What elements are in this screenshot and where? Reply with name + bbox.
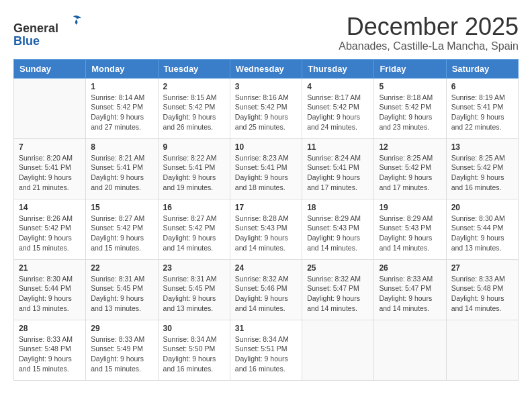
day-number: 3 bbox=[235, 82, 297, 91]
day-number: 25 bbox=[307, 263, 369, 273]
day-info: Sunrise: 8:15 AM Sunset: 5:42 PM Dayligh… bbox=[163, 93, 225, 132]
day-number: 20 bbox=[451, 203, 513, 212]
day-info: Sunrise: 8:33 AM Sunset: 5:48 PM Dayligh… bbox=[19, 334, 81, 374]
logo-blue: Blue bbox=[13, 34, 40, 48]
calendar-day-cell: 19Sunrise: 8:29 AM Sunset: 5:43 PM Dayli… bbox=[374, 199, 446, 259]
day-info: Sunrise: 8:33 AM Sunset: 5:47 PM Dayligh… bbox=[379, 274, 441, 314]
empty-day-cell bbox=[14, 78, 86, 138]
day-number: 14 bbox=[19, 203, 81, 212]
day-info: Sunrise: 8:29 AM Sunset: 5:43 PM Dayligh… bbox=[379, 214, 441, 253]
day-info: Sunrise: 8:14 AM Sunset: 5:42 PM Dayligh… bbox=[91, 93, 152, 132]
day-number: 2 bbox=[163, 82, 225, 91]
day-info: Sunrise: 8:34 AM Sunset: 5:50 PM Dayligh… bbox=[163, 334, 225, 374]
column-header-wednesday: Wednesday bbox=[230, 59, 302, 78]
page-title: December 2025 bbox=[339, 13, 519, 40]
calendar-week-row: 21Sunrise: 8:30 AM Sunset: 5:44 PM Dayli… bbox=[14, 259, 519, 320]
day-number: 7 bbox=[19, 142, 81, 152]
day-number: 5 bbox=[379, 82, 441, 91]
calendar-week-row: 28Sunrise: 8:33 AM Sunset: 5:48 PM Dayli… bbox=[14, 320, 519, 380]
calendar-day-cell: 27Sunrise: 8:33 AM Sunset: 5:48 PM Dayli… bbox=[446, 259, 518, 320]
day-info: Sunrise: 8:32 AM Sunset: 5:47 PM Dayligh… bbox=[307, 274, 369, 314]
calendar-day-cell: 8Sunrise: 8:21 AM Sunset: 5:41 PM Daylig… bbox=[86, 138, 158, 199]
calendar-day-cell: 10Sunrise: 8:23 AM Sunset: 5:41 PM Dayli… bbox=[230, 138, 302, 199]
column-header-monday: Monday bbox=[86, 59, 158, 78]
day-info: Sunrise: 8:21 AM Sunset: 5:41 PM Dayligh… bbox=[91, 153, 152, 193]
calendar-day-cell: 5Sunrise: 8:18 AM Sunset: 5:42 PM Daylig… bbox=[374, 78, 446, 138]
day-info: Sunrise: 8:27 AM Sunset: 5:42 PM Dayligh… bbox=[163, 214, 225, 253]
day-info: Sunrise: 8:27 AM Sunset: 5:42 PM Dayligh… bbox=[91, 214, 152, 253]
day-number: 16 bbox=[163, 203, 225, 212]
day-info: Sunrise: 8:29 AM Sunset: 5:43 PM Dayligh… bbox=[307, 214, 369, 253]
calendar-day-cell: 7Sunrise: 8:20 AM Sunset: 5:41 PM Daylig… bbox=[14, 138, 86, 199]
page-subtitle: Abanades, Castille-La Mancha, Spain bbox=[339, 40, 519, 52]
calendar-day-cell: 28Sunrise: 8:33 AM Sunset: 5:48 PM Dayli… bbox=[14, 320, 86, 380]
column-header-tuesday: Tuesday bbox=[158, 59, 230, 78]
day-info: Sunrise: 8:19 AM Sunset: 5:41 PM Dayligh… bbox=[451, 93, 513, 132]
calendar-day-cell: 13Sunrise: 8:25 AM Sunset: 5:42 PM Dayli… bbox=[446, 138, 518, 199]
header: General Blue December 2025 Abanades, Cas… bbox=[13, 13, 519, 52]
calendar-day-cell: 17Sunrise: 8:28 AM Sunset: 5:43 PM Dayli… bbox=[230, 199, 302, 259]
calendar-day-cell: 18Sunrise: 8:29 AM Sunset: 5:43 PM Dayli… bbox=[302, 199, 374, 259]
logo-bird-icon bbox=[64, 13, 83, 32]
logo-general: General bbox=[13, 21, 58, 35]
calendar-day-cell: 3Sunrise: 8:16 AM Sunset: 5:42 PM Daylig… bbox=[230, 78, 302, 138]
column-header-saturday: Saturday bbox=[446, 59, 518, 78]
day-info: Sunrise: 8:25 AM Sunset: 5:42 PM Dayligh… bbox=[451, 153, 513, 193]
calendar-day-cell: 31Sunrise: 8:34 AM Sunset: 5:51 PM Dayli… bbox=[230, 320, 302, 380]
day-number: 12 bbox=[379, 142, 441, 152]
logo-text: General bbox=[13, 13, 83, 35]
column-header-friday: Friday bbox=[374, 59, 446, 78]
day-number: 8 bbox=[91, 142, 152, 152]
day-number: 27 bbox=[451, 263, 513, 273]
calendar-day-cell: 29Sunrise: 8:33 AM Sunset: 5:49 PM Dayli… bbox=[86, 320, 158, 380]
calendar-day-cell: 12Sunrise: 8:25 AM Sunset: 5:42 PM Dayli… bbox=[374, 138, 446, 199]
calendar-day-cell: 22Sunrise: 8:31 AM Sunset: 5:45 PM Dayli… bbox=[86, 259, 158, 320]
day-number: 24 bbox=[235, 263, 297, 273]
day-info: Sunrise: 8:24 AM Sunset: 5:41 PM Dayligh… bbox=[307, 153, 369, 193]
calendar-day-cell: 25Sunrise: 8:32 AM Sunset: 5:47 PM Dayli… bbox=[302, 259, 374, 320]
logo: General Blue bbox=[13, 13, 83, 48]
calendar-table: SundayMondayTuesdayWednesdayThursdayFrid… bbox=[13, 59, 519, 381]
day-info: Sunrise: 8:30 AM Sunset: 5:44 PM Dayligh… bbox=[19, 274, 81, 314]
calendar-day-cell: 23Sunrise: 8:31 AM Sunset: 5:45 PM Dayli… bbox=[158, 259, 230, 320]
calendar-day-cell: 4Sunrise: 8:17 AM Sunset: 5:42 PM Daylig… bbox=[302, 78, 374, 138]
calendar-day-cell: 9Sunrise: 8:22 AM Sunset: 5:41 PM Daylig… bbox=[158, 138, 230, 199]
calendar-week-row: 7Sunrise: 8:20 AM Sunset: 5:41 PM Daylig… bbox=[14, 138, 519, 199]
day-info: Sunrise: 8:17 AM Sunset: 5:42 PM Dayligh… bbox=[307, 93, 369, 132]
day-number: 30 bbox=[163, 324, 225, 333]
day-number: 19 bbox=[379, 203, 441, 212]
day-number: 21 bbox=[19, 263, 81, 273]
day-info: Sunrise: 8:34 AM Sunset: 5:51 PM Dayligh… bbox=[235, 334, 297, 374]
day-number: 18 bbox=[307, 203, 369, 212]
empty-day-cell bbox=[446, 320, 518, 380]
day-number: 29 bbox=[91, 324, 152, 333]
column-header-sunday: Sunday bbox=[14, 59, 86, 78]
day-info: Sunrise: 8:23 AM Sunset: 5:41 PM Dayligh… bbox=[235, 153, 297, 193]
day-info: Sunrise: 8:33 AM Sunset: 5:48 PM Dayligh… bbox=[451, 274, 513, 314]
calendar-day-cell: 14Sunrise: 8:26 AM Sunset: 5:42 PM Dayli… bbox=[14, 199, 86, 259]
day-info: Sunrise: 8:18 AM Sunset: 5:42 PM Dayligh… bbox=[379, 93, 441, 132]
day-number: 10 bbox=[235, 142, 297, 152]
day-info: Sunrise: 8:26 AM Sunset: 5:42 PM Dayligh… bbox=[19, 214, 81, 253]
calendar-day-cell: 16Sunrise: 8:27 AM Sunset: 5:42 PM Dayli… bbox=[158, 199, 230, 259]
calendar-day-cell: 6Sunrise: 8:19 AM Sunset: 5:41 PM Daylig… bbox=[446, 78, 518, 138]
day-info: Sunrise: 8:31 AM Sunset: 5:45 PM Dayligh… bbox=[91, 274, 152, 314]
day-number: 11 bbox=[307, 142, 369, 152]
empty-day-cell bbox=[374, 320, 446, 380]
day-info: Sunrise: 8:20 AM Sunset: 5:41 PM Dayligh… bbox=[19, 153, 81, 193]
day-info: Sunrise: 8:22 AM Sunset: 5:41 PM Dayligh… bbox=[163, 153, 225, 193]
day-info: Sunrise: 8:28 AM Sunset: 5:43 PM Dayligh… bbox=[235, 214, 297, 253]
day-info: Sunrise: 8:16 AM Sunset: 5:42 PM Dayligh… bbox=[235, 93, 297, 132]
day-number: 15 bbox=[91, 203, 152, 212]
day-number: 26 bbox=[379, 263, 441, 273]
day-number: 31 bbox=[235, 324, 297, 333]
day-number: 6 bbox=[451, 82, 513, 91]
day-info: Sunrise: 8:32 AM Sunset: 5:46 PM Dayligh… bbox=[235, 274, 297, 314]
calendar-week-row: 1Sunrise: 8:14 AM Sunset: 5:42 PM Daylig… bbox=[14, 78, 519, 138]
day-number: 23 bbox=[163, 263, 225, 273]
day-number: 1 bbox=[91, 82, 152, 91]
calendar-week-row: 14Sunrise: 8:26 AM Sunset: 5:42 PM Dayli… bbox=[14, 199, 519, 259]
calendar-day-cell: 30Sunrise: 8:34 AM Sunset: 5:50 PM Dayli… bbox=[158, 320, 230, 380]
day-info: Sunrise: 8:30 AM Sunset: 5:44 PM Dayligh… bbox=[451, 214, 513, 253]
calendar-header-row: SundayMondayTuesdayWednesdayThursdayFrid… bbox=[14, 59, 519, 78]
